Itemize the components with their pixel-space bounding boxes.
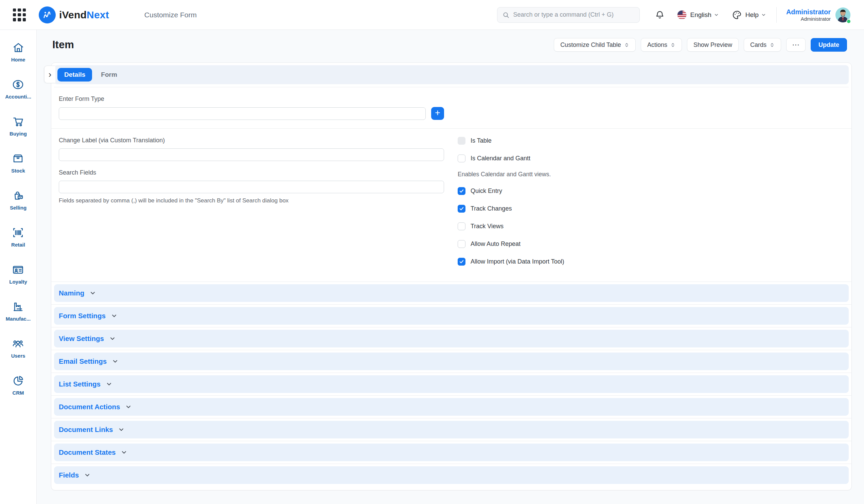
sidebar-item-users[interactable]: Users (11, 337, 25, 359)
checkbox-label: Allow Auto Repeat (470, 241, 520, 248)
buying-cart-icon (12, 115, 24, 128)
tab-details[interactable]: Details (57, 68, 92, 82)
sidebar-item-crm[interactable]: CRM (12, 374, 24, 396)
add-form-type-button[interactable]: + (431, 107, 444, 120)
section-header[interactable]: View Settings (54, 330, 849, 347)
section-document-links: Document Links (51, 418, 851, 441)
checkbox-unchecked-icon (458, 137, 466, 145)
sidebar-item-label: Retail (11, 242, 25, 248)
sidebar-expand-toggle[interactable]: › (44, 65, 56, 83)
section-header[interactable]: Form Settings (54, 307, 849, 325)
section-header[interactable]: Document States (54, 444, 849, 461)
theme-palette-icon (732, 10, 742, 20)
brand-logo[interactable]: iVendNext (39, 7, 109, 23)
apps-grid-icon[interactable] (13, 9, 26, 21)
sidebar-item-loyalty[interactable]: Loyalty (9, 263, 27, 285)
section-header[interactable]: Email Settings (54, 353, 849, 370)
checkbox-checked-icon[interactable] (458, 205, 466, 213)
user-role: Administrator (786, 16, 831, 22)
accounting-icon (12, 78, 24, 91)
section-header[interactable]: Naming (54, 284, 849, 302)
language-selector[interactable]: English (677, 10, 719, 20)
section-header[interactable]: Document Links (54, 421, 849, 439)
user-avatar[interactable] (836, 8, 850, 22)
online-status-dot (846, 19, 851, 24)
sidebar-item-label: Loyalty (9, 279, 27, 285)
section-header[interactable]: Fields (54, 466, 849, 484)
global-search[interactable] (497, 7, 640, 23)
tab-form[interactable]: Form (94, 68, 124, 82)
page-title: Item (52, 39, 74, 51)
module-sidebar: HomeAccounti...BuyingStockSellingRetailL… (0, 30, 37, 504)
crm-pie-icon (12, 374, 24, 387)
checkbox-track-views[interactable]: Track Views (458, 222, 843, 230)
ellipsis-icon: ⋯ (792, 40, 800, 49)
checkbox-label: Is Table (470, 137, 492, 144)
sidebar-item-buying[interactable]: Buying (10, 115, 27, 136)
checkbox-quick-entry[interactable]: Quick Entry (458, 187, 843, 195)
chevron-down-icon (761, 12, 766, 17)
show-preview-button[interactable]: Show Preview (687, 38, 739, 52)
section-header[interactable]: List Settings (54, 375, 849, 393)
page-breadcrumb: Customize Form (144, 11, 197, 19)
chevron-down-icon (125, 404, 132, 410)
bell-icon (655, 10, 665, 20)
customize-child-table-button[interactable]: Customize Child Table (554, 38, 636, 52)
section-list-settings: List Settings (51, 372, 851, 395)
checkbox-checked-icon[interactable] (458, 258, 466, 266)
checkbox-unchecked-icon[interactable] (458, 240, 466, 248)
screen: iVendNext Customize Form English (0, 0, 864, 504)
sidebar-item-retail[interactable]: Retail (11, 226, 25, 248)
user-name: Administrator (786, 8, 831, 16)
search-fields-label: Search Fields (59, 169, 444, 176)
section-title: Fields (59, 471, 79, 479)
sidebar-item-label: Users (11, 353, 25, 359)
actions-button[interactable]: Actions (641, 38, 682, 52)
change-label-input[interactable] (59, 148, 444, 161)
search-fields-help: Fields separated by comma (,) will be in… (59, 197, 444, 204)
header-divider (776, 7, 777, 23)
update-button[interactable]: Update (811, 38, 847, 52)
checkbox-allow-import-via-data-import-tool[interactable]: Allow Import (via Data Import Tool) (458, 258, 843, 266)
selling-bag-icon (12, 189, 24, 202)
sidebar-item-manufac[interactable]: Manufac... (6, 300, 31, 322)
checkbox-unchecked-icon[interactable] (458, 222, 466, 230)
chevron-down-icon (106, 381, 112, 388)
checkbox-unchecked-icon[interactable] (458, 155, 466, 162)
search-input[interactable] (513, 11, 635, 19)
chevron-down-icon (109, 335, 116, 342)
form-type-label: Enter Form Type (59, 96, 843, 102)
checkbox-checked-icon[interactable] (458, 187, 466, 195)
help-menu[interactable]: Help (732, 10, 766, 20)
checkbox-is-table: Is Table (458, 137, 843, 145)
search-fields-input[interactable] (59, 181, 444, 193)
cards-button[interactable]: Cards (744, 38, 781, 52)
form-type-input[interactable] (59, 107, 426, 120)
manufacturing-factory-icon (12, 300, 24, 313)
section-title: Email Settings (59, 357, 107, 366)
select-updown-icon (670, 42, 675, 48)
checkbox-is-calendar-and-gantt[interactable]: Is Calendar and Gantt (458, 155, 843, 162)
checkbox-label: Track Changes (470, 205, 512, 212)
sidebar-item-stock[interactable]: Stock (11, 152, 25, 174)
select-updown-icon (770, 42, 775, 48)
sidebar-item-label: Home (11, 57, 25, 62)
sidebar-item-label: Selling (10, 205, 26, 211)
sidebar-item-home[interactable]: Home (11, 41, 25, 62)
notifications-button[interactable] (655, 10, 665, 20)
checkbox-track-changes[interactable]: Track Changes (458, 205, 843, 213)
search-icon (502, 11, 509, 19)
sidebar-item-label: Stock (11, 168, 25, 174)
sidebar-item-selling[interactable]: Selling (10, 189, 26, 211)
more-options-button[interactable]: ⋯ (786, 38, 806, 52)
user-menu[interactable]: Administrator Administrator (786, 8, 831, 22)
section-header[interactable]: Document Actions (54, 398, 849, 416)
brand-mark-icon (39, 7, 56, 23)
checkbox-allow-auto-repeat[interactable]: Allow Auto Repeat (458, 240, 843, 248)
section-document-actions: Document Actions (51, 395, 851, 418)
section-fields: Fields (51, 464, 851, 486)
sidebar-item-accounti[interactable]: Accounti... (5, 78, 31, 99)
users-icon (12, 337, 24, 350)
section-form-settings: Form Settings (51, 304, 851, 327)
section-title: View Settings (59, 334, 104, 343)
